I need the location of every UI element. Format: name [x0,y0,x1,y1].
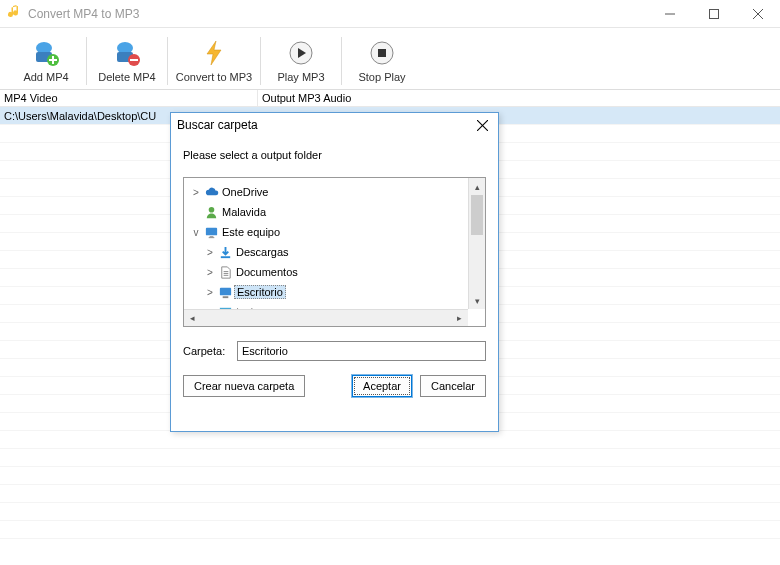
convert-label: Convert to MP3 [176,71,252,83]
svg-rect-19 [220,256,229,258]
table-row[interactable] [0,521,780,539]
app-icon [6,4,22,23]
svg-rect-21 [222,296,228,298]
svg-rect-17 [209,236,213,237]
dialog-title-bar: Buscar carpeta [171,113,498,137]
scroll-right-icon[interactable]: ▸ [451,313,468,323]
tree-item-label: Descargas [234,246,291,258]
vertical-scrollbar[interactable]: ▴ ▾ [468,178,485,309]
chevron-right-icon[interactable]: > [190,187,202,198]
svg-rect-18 [208,237,214,238]
tree-item-downloads[interactable]: > Descargas [184,242,468,262]
add-mp4-button[interactable]: Add MP4 [6,38,86,83]
cloud-icon [202,185,220,200]
close-button[interactable] [736,0,780,28]
folder-tree[interactable]: > OneDrive Malavida v Este equipo > [183,177,486,327]
svg-rect-1 [710,9,719,18]
user-icon [202,205,220,220]
browse-folder-dialog: Buscar carpeta Please select a output fo… [170,112,499,432]
lightning-icon [199,38,229,68]
scroll-up-icon[interactable]: ▴ [469,178,485,195]
delete-icon [112,38,142,68]
delete-label: Delete MP4 [98,71,155,83]
table-row[interactable] [0,503,780,521]
dialog-close-button[interactable] [472,115,492,135]
tree-item-label: Documentos [234,266,300,278]
monitor-icon [202,225,220,240]
convert-button[interactable]: Convert to MP3 [168,38,260,83]
table-row[interactable] [0,431,780,449]
tree-item-label: Este equipo [220,226,282,238]
window-title: Convert MP4 to MP3 [28,7,139,21]
column-headers: MP4 Video Output MP3 Audio [0,90,780,107]
svg-rect-20 [219,287,230,295]
add-label: Add MP4 [23,71,68,83]
tree-item-documents[interactable]: > Documentos [184,262,468,282]
stop-label: Stop Play [358,71,405,83]
play-label: Play MP3 [277,71,324,83]
chevron-right-icon[interactable]: > [204,267,216,278]
scroll-left-icon[interactable]: ◂ [184,313,201,323]
chevron-right-icon[interactable]: > [204,287,216,298]
table-row[interactable] [0,485,780,503]
add-icon [31,38,61,68]
dialog-instruction: Please select a output folder [183,149,486,161]
tree-item-label: OneDrive [220,186,270,198]
stop-button[interactable]: Stop Play [342,38,422,83]
stop-icon [367,38,397,68]
title-bar: Convert MP4 to MP3 [0,0,780,28]
tree-item-desktop[interactable]: > Escritorio [184,282,468,302]
tree-item-label: Escritorio [234,285,286,299]
tree-item-onedrive[interactable]: > OneDrive [184,182,468,202]
window-controls [648,0,780,28]
folder-input[interactable] [237,341,486,361]
svg-rect-12 [378,49,386,57]
tree-item-computer[interactable]: v Este equipo [184,222,468,242]
new-folder-button[interactable]: Crear nueva carpeta [183,375,305,397]
column-mp4[interactable]: MP4 Video [0,90,258,106]
chevron-right-icon[interactable]: > [204,247,216,258]
svg-rect-16 [205,227,216,235]
tree-item-label: Malavida [220,206,268,218]
play-button[interactable]: Play MP3 [261,38,341,83]
tree-item-user[interactable]: Malavida [184,202,468,222]
accept-button[interactable]: Aceptar [352,375,412,397]
chevron-down-icon[interactable]: v [190,227,202,238]
scroll-thumb[interactable] [471,195,483,235]
download-icon [216,245,234,260]
minimize-button[interactable] [648,0,692,28]
cancel-button[interactable]: Cancelar [420,375,486,397]
svg-point-15 [208,206,214,212]
desktop-icon [216,285,234,300]
maximize-button[interactable] [692,0,736,28]
horizontal-scrollbar[interactable]: ◂ ▸ [184,309,468,326]
folder-label: Carpeta: [183,345,237,357]
toolbar: Add MP4 Delete MP4 Convert to MP3 Play M… [0,28,780,90]
document-icon [216,265,234,280]
delete-mp4-button[interactable]: Delete MP4 [87,38,167,83]
table-row[interactable] [0,449,780,467]
table-row[interactable] [0,467,780,485]
column-mp3[interactable]: Output MP3 Audio [258,90,780,106]
scroll-down-icon[interactable]: ▾ [469,292,485,309]
play-icon [286,38,316,68]
dialog-title: Buscar carpeta [177,118,258,132]
